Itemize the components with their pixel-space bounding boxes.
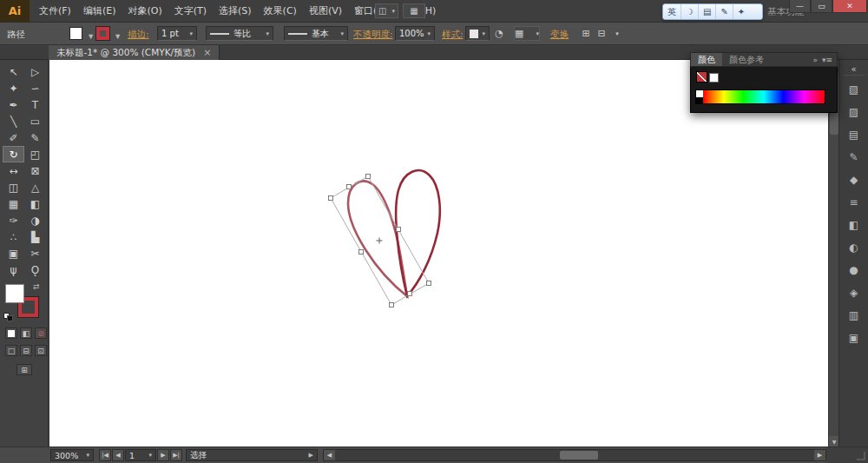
selection-handle[interactable]	[366, 175, 371, 179]
symbol-sprayer-tool[interactable]: ∴	[3, 228, 24, 245]
type-tool[interactable]: T	[24, 96, 46, 113]
stroke-panel-link[interactable]: 描边:	[128, 29, 149, 41]
symbols-panel-icon[interactable]: ◆	[844, 171, 865, 189]
moon-icon[interactable]: ☽	[681, 4, 699, 19]
swap-fill-stroke-icon[interactable]: ⇄	[33, 282, 40, 291]
selection-handle[interactable]	[390, 303, 394, 308]
rectangle-tool[interactable]: ▭	[24, 113, 46, 129]
style-swatch-combo[interactable]: ▾	[465, 26, 490, 41]
brushes-panel-icon[interactable]: ✎	[844, 149, 865, 166]
more-options-caret-icon[interactable]: ▾	[609, 26, 625, 41]
width-profile-combo[interactable]: 等比 ▾	[206, 26, 273, 41]
scale-tool[interactable]: ◰	[24, 146, 46, 162]
screen-mode-button[interactable]: ⊞	[16, 364, 32, 375]
document-tab[interactable]: 未标题-1* @ 300% (CMYK/预览) ×	[49, 45, 220, 60]
horizontal-scroll-thumb[interactable]	[560, 451, 598, 460]
rotation-center-mark[interactable]	[377, 238, 383, 244]
artboard-canvas[interactable]	[49, 60, 828, 446]
ime-language-toggle[interactable]: 英	[663, 4, 681, 19]
scroll-right-icon[interactable]: ▶	[814, 450, 825, 460]
width-tool[interactable]: ↔	[3, 162, 24, 179]
color-button[interactable]	[5, 327, 17, 339]
horizontal-scrollbar[interactable]: ◀ ▶	[323, 449, 826, 461]
close-button[interactable]: ✕	[832, 0, 867, 13]
artboards-panel-icon[interactable]: ▣	[844, 329, 865, 347]
pen-icon[interactable]: ✎	[716, 4, 733, 19]
column-graph-tool[interactable]: ▙	[24, 228, 46, 245]
document-layout-icon[interactable]: ▦	[403, 3, 425, 18]
slice-tool[interactable]: ✂	[24, 245, 46, 261]
menu-effect[interactable]: 效果(C)	[258, 4, 303, 17]
previous-artboard-icon[interactable]: ◀	[112, 449, 124, 461]
first-artboard-icon[interactable]: |◀	[99, 449, 111, 461]
vertical-scrollbar[interactable]: ▲ ▼	[828, 60, 838, 446]
black-white-picker[interactable]	[696, 90, 703, 103]
direct-selection-tool[interactable]: ▷	[24, 63, 46, 80]
expand-panels-icon[interactable]: «	[844, 63, 865, 76]
rainbow-spectrum[interactable]	[703, 90, 825, 103]
menu-select[interactable]: 选择(S)	[213, 4, 258, 17]
pencil-tool[interactable]: ✎	[24, 129, 46, 146]
mesh-tool[interactable]: ▦	[3, 195, 24, 212]
zoom-level-combo[interactable]: 300% ▾	[50, 449, 94, 461]
brush-definition-combo[interactable]: 基本 ▾	[284, 26, 348, 41]
minimize-button[interactable]: —	[789, 0, 811, 13]
free-transform-tool[interactable]: ⊠	[24, 162, 46, 179]
shape-builder-tool[interactable]: ◫	[3, 179, 24, 195]
draw-normal-button[interactable]: □	[5, 345, 17, 356]
hand-tool[interactable]: ψ	[3, 261, 24, 278]
selection-handle[interactable]	[427, 281, 431, 286]
rotate-tool[interactable]: ↻	[3, 146, 24, 162]
align-icon[interactable]: ⊞	[578, 26, 594, 41]
draw-inside-button[interactable]: ⊡	[35, 345, 47, 356]
menu-type[interactable]: 文字(T)	[168, 4, 213, 17]
tab-color[interactable]: 颜色	[691, 53, 722, 66]
zoom-tool[interactable]: Ǫ	[24, 261, 46, 278]
transform-panel-link[interactable]: 变换	[550, 29, 569, 41]
artboard-number-combo[interactable]: 1 ▾	[125, 449, 156, 461]
line-segment-tool[interactable]: ╲	[3, 113, 24, 129]
opacity-panel-link[interactable]: 不透明度:	[353, 29, 393, 41]
perspective-grid-tool[interactable]: △	[24, 179, 46, 195]
panel-menu-icon[interactable]: ▾≡	[822, 56, 832, 64]
selection-handle[interactable]	[397, 228, 401, 232]
draw-behind-button[interactable]: ⊟	[20, 345, 32, 356]
distribute-icon[interactable]: ⊟	[594, 26, 609, 41]
selection-handle[interactable]	[359, 250, 364, 255]
collapse-panel-icon[interactable]: »	[812, 56, 818, 64]
menu-object[interactable]: 对象(O)	[122, 4, 168, 17]
toolbox-icon[interactable]: ✦	[733, 4, 749, 19]
stroke-color-swatch[interactable]	[96, 27, 109, 40]
layers-panel-icon[interactable]: ▥	[844, 307, 865, 324]
none-button[interactable]: ⊘	[35, 327, 47, 339]
artboard-tool[interactable]: ▣	[3, 245, 24, 261]
scroll-left-icon[interactable]: ◀	[324, 450, 335, 460]
pen-tool[interactable]: ✒	[3, 96, 24, 113]
fill-color-swatch[interactable]	[69, 27, 82, 40]
paintbrush-tool[interactable]: ✐	[3, 129, 24, 146]
recolor-artwork-icon[interactable]: ◔	[491, 26, 507, 41]
menu-file[interactable]: 文件(F)	[33, 4, 77, 17]
transparency-panel-icon[interactable]: ◐	[844, 239, 865, 256]
status-flyout-icon[interactable]: ▶	[306, 452, 313, 459]
current-stroke-swatch[interactable]	[696, 71, 707, 83]
selection-tool[interactable]: ↖	[3, 63, 24, 80]
color-spectrum-bar[interactable]	[695, 89, 825, 104]
select-similar-icon[interactable]: ▦ ▾	[514, 26, 540, 41]
fill-color-indicator[interactable]	[5, 284, 24, 303]
lasso-tool[interactable]: ∽	[24, 80, 46, 96]
last-artboard-icon[interactable]: ▶|	[170, 449, 182, 461]
menu-view[interactable]: 视图(V)	[303, 4, 348, 17]
selection-handle[interactable]	[408, 292, 412, 296]
default-fill-stroke-icon[interactable]	[3, 313, 15, 321]
color-panel-icon[interactable]: ▧	[844, 81, 865, 98]
current-fill-swatch[interactable]	[709, 73, 719, 83]
heart-right-lobe-path[interactable]	[396, 170, 440, 296]
gradient-button[interactable]: ◧	[20, 327, 32, 339]
tab-color-guide[interactable]: 颜色参考	[722, 54, 771, 66]
magic-wand-tool[interactable]: ✦	[3, 80, 24, 96]
stroke-caret-icon[interactable]: ▾	[112, 30, 120, 41]
appearance-panel-icon[interactable]: ●	[844, 261, 865, 279]
keyboard-icon[interactable]: ▤	[699, 4, 716, 19]
tab-close-icon[interactable]: ×	[203, 47, 211, 58]
